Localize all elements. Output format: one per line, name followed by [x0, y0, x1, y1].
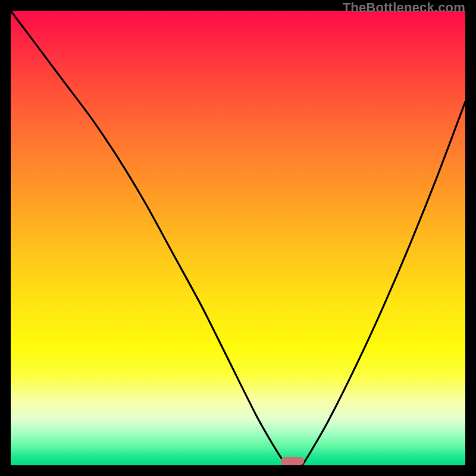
plot-area — [11, 11, 465, 465]
watermark-text: TheBottleneck.com — [343, 0, 465, 15]
bottleneck-curve — [11, 11, 465, 465]
optimal-range-marker — [281, 457, 304, 465]
chart-frame: TheBottleneck.com — [0, 0, 476, 476]
